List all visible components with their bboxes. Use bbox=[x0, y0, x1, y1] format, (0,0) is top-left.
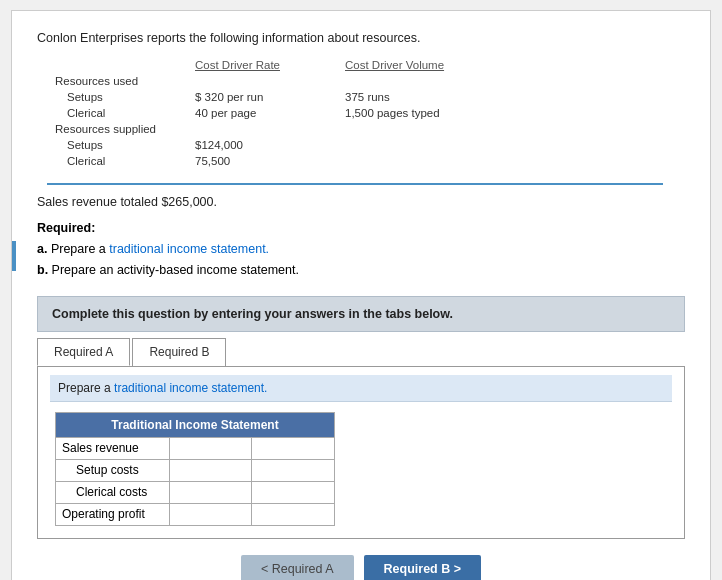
row-setups-volume: 375 runs bbox=[337, 89, 663, 105]
req-a-key: a. Prepare a traditional income statemen… bbox=[37, 242, 269, 256]
income-row-clerical-label: Clerical costs bbox=[56, 481, 170, 503]
prepare-label: Prepare a traditional income statement. bbox=[50, 375, 672, 402]
required-label: Required: bbox=[37, 221, 685, 235]
income-table-header: Traditional Income Statement bbox=[56, 412, 335, 437]
prepare-link: traditional income statement. bbox=[114, 381, 267, 395]
income-row-profit-label: Operating profit bbox=[56, 503, 170, 525]
income-row-sales-col1[interactable] bbox=[169, 437, 252, 459]
income-input-profit-col1[interactable] bbox=[176, 508, 246, 520]
section-resources-supplied: Resources supplied bbox=[47, 121, 187, 137]
income-input-setup-col1[interactable] bbox=[176, 464, 246, 476]
income-row-clerical-col2[interactable] bbox=[252, 481, 335, 503]
tab-required-b[interactable]: Required B bbox=[132, 338, 226, 366]
row-clerical-label: Clerical bbox=[47, 105, 187, 121]
separator bbox=[47, 183, 663, 185]
nav-buttons: < Required A Required B > bbox=[37, 555, 685, 581]
row-setups-rate: $ 320 per run bbox=[187, 89, 337, 105]
sales-text: Sales revenue totaled $265,000. bbox=[37, 195, 685, 209]
income-row-clerical-col1[interactable] bbox=[169, 481, 252, 503]
income-row-profit-col2[interactable] bbox=[252, 503, 335, 525]
tabs-row: Required A Required B bbox=[37, 332, 685, 367]
income-row-sales-col2[interactable] bbox=[252, 437, 335, 459]
prev-button[interactable]: < Required A bbox=[241, 555, 354, 581]
income-statement-table: Traditional Income Statement Sales reven… bbox=[55, 412, 335, 526]
income-input-sales-col2[interactable] bbox=[258, 442, 328, 454]
income-row-profit-col1[interactable] bbox=[169, 503, 252, 525]
row-clerical-volume: 1,500 pages typed bbox=[337, 105, 663, 121]
income-row-setup-col2[interactable] bbox=[252, 459, 335, 481]
tab-required-a[interactable]: Required A bbox=[37, 338, 130, 366]
row-setups-label: Setups bbox=[47, 89, 187, 105]
row-clerical2-rate: 75,500 bbox=[187, 153, 337, 169]
left-accent bbox=[12, 241, 16, 271]
income-input-clerical-col1[interactable] bbox=[176, 486, 246, 498]
next-button[interactable]: Required B > bbox=[364, 555, 481, 581]
col-header-volume: Cost Driver Volume bbox=[337, 57, 663, 73]
row-clerical-rate: 40 per page bbox=[187, 105, 337, 121]
tab-content: Prepare a traditional income statement. … bbox=[37, 367, 685, 539]
income-input-sales-col1[interactable] bbox=[176, 442, 246, 454]
income-input-setup-col2[interactable] bbox=[258, 464, 328, 476]
required-items: a. Prepare a traditional income statemen… bbox=[37, 239, 685, 282]
income-input-clerical-col2[interactable] bbox=[258, 486, 328, 498]
required-item-b: b. Prepare an activity-based income stat… bbox=[37, 260, 685, 281]
row-clerical2-label: Clerical bbox=[47, 153, 187, 169]
row-setups2-rate: $124,000 bbox=[187, 137, 337, 153]
income-row-sales-label: Sales revenue bbox=[56, 437, 170, 459]
section-resources-used: Resources used bbox=[47, 73, 187, 89]
row-setups2-label: Setups bbox=[47, 137, 187, 153]
intro-text: Conlon Enterprises reports the following… bbox=[37, 31, 685, 45]
income-row-setup-label: Setup costs bbox=[56, 459, 170, 481]
req-b-key: b. Prepare an activity-based income stat… bbox=[37, 263, 299, 277]
income-input-profit-col2[interactable] bbox=[258, 508, 328, 520]
required-item-a: a. Prepare a traditional income statemen… bbox=[37, 239, 685, 260]
complete-box: Complete this question by entering your … bbox=[37, 296, 685, 332]
income-row-setup-col1[interactable] bbox=[169, 459, 252, 481]
col-header-rate: Cost Driver Rate bbox=[187, 57, 337, 73]
info-table: Cost Driver Rate Cost Driver Volume Reso… bbox=[47, 57, 663, 169]
